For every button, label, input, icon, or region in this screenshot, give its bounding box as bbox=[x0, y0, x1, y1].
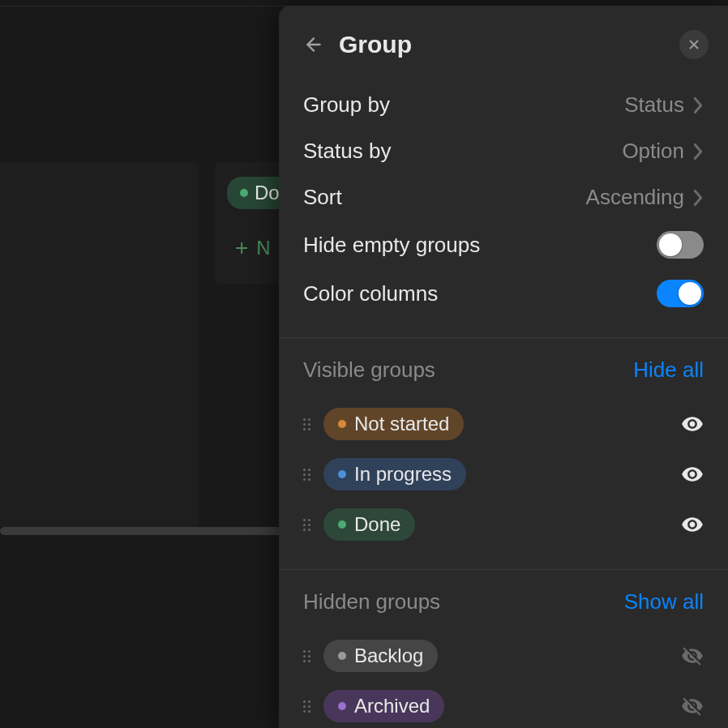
groups-header: Hidden groups Show all bbox=[303, 589, 704, 615]
chevron-right-icon bbox=[692, 143, 704, 161]
setting-sort[interactable]: Sort Ascending bbox=[303, 174, 704, 221]
panel-header: Group bbox=[279, 6, 728, 75]
color-columns-toggle[interactable] bbox=[657, 280, 704, 307]
toggle-knob bbox=[659, 233, 682, 256]
group-item-done: Done bbox=[303, 499, 704, 550]
groups-header: Visible groups Hide all bbox=[303, 358, 704, 383]
setting-group-by[interactable]: Group by Status bbox=[303, 82, 704, 128]
setting-hide-empty: Hide empty groups bbox=[303, 221, 704, 269]
arrow-left-icon bbox=[303, 34, 324, 55]
drag-handle-icon[interactable] bbox=[303, 700, 310, 713]
drag-handle-icon[interactable] bbox=[303, 418, 310, 430]
background-column bbox=[0, 162, 199, 527]
visible-groups-section: Visible groups Hide all Not started bbox=[279, 338, 728, 569]
dot-icon bbox=[338, 470, 346, 478]
eye-icon bbox=[681, 463, 704, 486]
drag-handle-icon[interactable] bbox=[303, 469, 310, 481]
visibility-toggle[interactable] bbox=[681, 463, 704, 486]
eye-icon bbox=[681, 413, 704, 435]
hidden-groups-section: Hidden groups Show all Backlog bbox=[279, 570, 728, 728]
visible-groups-title: Visible groups bbox=[303, 358, 435, 383]
background-new-label: N bbox=[256, 237, 270, 259]
setting-label: Hide empty groups bbox=[303, 233, 480, 258]
setting-value: Status bbox=[624, 92, 704, 118]
group-item-in-progress: In progress bbox=[303, 449, 704, 499]
dot-icon bbox=[338, 420, 346, 428]
close-button[interactable] bbox=[679, 30, 709, 59]
background-new-row[interactable]: + N bbox=[235, 235, 271, 261]
settings-list: Group by Status Status by Option Sort As… bbox=[279, 75, 728, 337]
setting-label: Color columns bbox=[303, 281, 438, 306]
group-settings-panel: Group Group by Status Status by Option bbox=[279, 6, 728, 728]
pill-label: In progress bbox=[354, 463, 452, 486]
visibility-toggle[interactable] bbox=[681, 695, 704, 717]
setting-value-text: Status bbox=[624, 92, 684, 118]
eye-off-icon bbox=[681, 695, 704, 717]
pill-label: Backlog bbox=[354, 644, 423, 667]
toggle-knob bbox=[679, 282, 701, 305]
status-pill: Archived bbox=[323, 690, 444, 722]
hide-empty-toggle[interactable] bbox=[657, 231, 704, 259]
setting-value-text: Option bbox=[622, 139, 684, 164]
status-pill: Done bbox=[323, 508, 415, 541]
pill-label: Not started bbox=[354, 413, 449, 435]
setting-label: Status by bbox=[303, 139, 391, 164]
pill-label: Done bbox=[354, 513, 400, 536]
setting-status-by[interactable]: Status by Option bbox=[303, 128, 704, 174]
status-pill: Backlog bbox=[323, 640, 438, 672]
show-all-button[interactable]: Show all bbox=[624, 589, 704, 615]
drag-handle-icon[interactable] bbox=[303, 650, 310, 662]
setting-value: Ascending bbox=[586, 185, 704, 210]
back-button[interactable] bbox=[303, 34, 324, 55]
close-icon bbox=[687, 37, 701, 52]
group-item-archived: Archived bbox=[303, 681, 704, 728]
chevron-right-icon bbox=[692, 96, 704, 114]
visibility-toggle[interactable] bbox=[681, 413, 704, 435]
group-item-backlog: Backlog bbox=[303, 631, 704, 681]
status-pill: Not started bbox=[323, 408, 464, 440]
status-pill: In progress bbox=[323, 458, 466, 490]
setting-value: Option bbox=[622, 139, 704, 164]
setting-label: Group by bbox=[303, 92, 390, 118]
visibility-toggle[interactable] bbox=[681, 513, 704, 536]
hidden-groups-title: Hidden groups bbox=[303, 589, 440, 615]
chevron-right-icon bbox=[692, 189, 704, 207]
eye-off-icon bbox=[681, 644, 704, 667]
setting-value-text: Ascending bbox=[586, 185, 684, 210]
dot-icon bbox=[338, 652, 346, 660]
setting-label: Sort bbox=[303, 185, 342, 210]
background-done-label: Do bbox=[255, 182, 280, 204]
dot-icon bbox=[338, 520, 346, 529]
hide-all-button[interactable]: Hide all bbox=[633, 358, 704, 383]
eye-icon bbox=[681, 513, 704, 536]
pill-label: Archived bbox=[354, 695, 430, 717]
dot-icon bbox=[338, 702, 346, 710]
panel-title: Group bbox=[339, 31, 665, 58]
visibility-toggle[interactable] bbox=[681, 644, 704, 667]
dot-icon bbox=[240, 189, 248, 197]
setting-color-columns: Color columns bbox=[303, 269, 704, 318]
plus-icon: + bbox=[235, 235, 248, 261]
group-item-not-started: Not started bbox=[303, 399, 704, 449]
drag-handle-icon[interactable] bbox=[303, 519, 310, 531]
background-scrollbar[interactable] bbox=[0, 527, 292, 535]
